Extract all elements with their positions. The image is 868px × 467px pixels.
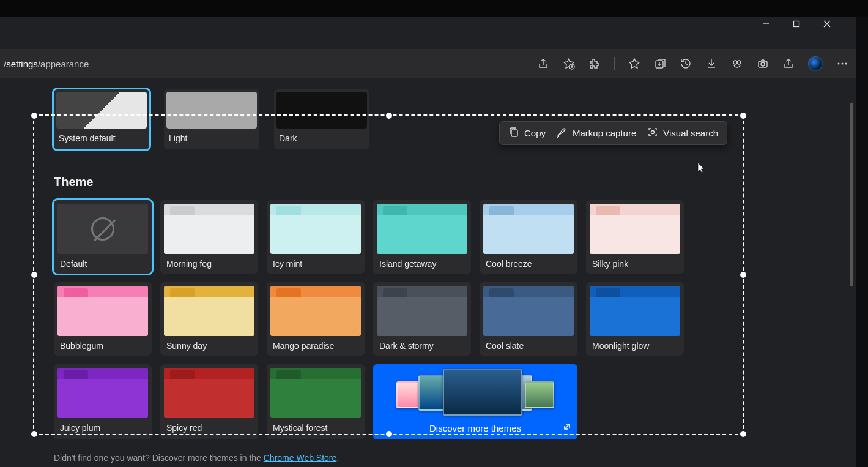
url-segment-settings: settings [6, 59, 38, 69]
downloads-icon[interactable] [705, 58, 718, 70]
theme-label: Cool slate [483, 336, 574, 351]
svg-point-11 [733, 61, 737, 64]
theme-label: Cool breeze [483, 254, 574, 269]
theme-label: Default [57, 254, 148, 269]
theme-grid: DefaultMorning fogIcy mintIsland getaway… [54, 200, 856, 439]
url-segment-appearance: appearance [40, 59, 89, 69]
theme-preview [164, 368, 254, 418]
theme-card[interactable]: Cool slate [480, 282, 577, 356]
theme-preview [57, 368, 148, 418]
theme-label: Mango paradise [270, 336, 361, 351]
theme-gallery-thumb [443, 369, 522, 416]
theme-preview [590, 286, 680, 336]
theme-card[interactable]: Mango paradise [267, 282, 365, 356]
svg-rect-1 [794, 21, 799, 27]
more-icon[interactable] [836, 58, 848, 70]
overall-look-label: Light [164, 131, 259, 146]
svg-point-15 [838, 63, 840, 65]
overall-look-option[interactable]: System default [54, 89, 149, 149]
theme-card[interactable]: Sunny day [160, 282, 258, 356]
theme-card[interactable]: Island getaway [373, 200, 471, 274]
theme-preview [57, 286, 148, 336]
theme-card[interactable]: Mystical forest [267, 364, 365, 439]
visual-search-icon [647, 127, 658, 140]
theme-label: Morning fog [164, 254, 254, 269]
theme-preview [377, 286, 467, 336]
theme-preview [270, 368, 361, 418]
theme-preview [270, 286, 361, 336]
svg-point-14 [761, 62, 765, 66]
screenshot-icon[interactable] [757, 58, 769, 70]
theme-card[interactable]: Icy mint [267, 200, 365, 274]
theme-card[interactable]: Default [54, 200, 152, 274]
discover-more-themes-card[interactable]: Discover more themes [373, 364, 577, 439]
no-theme-icon [91, 217, 114, 241]
capture-copy-button[interactable]: Copy [508, 127, 546, 140]
theme-preview [377, 204, 467, 254]
chrome-web-store-link[interactable]: Chrome Web Store [264, 453, 337, 463]
browser-window: / settings / appearance System defaultLi… [0, 17, 856, 467]
close-button[interactable] [823, 20, 831, 28]
capture-markup-button[interactable]: Markup capture [557, 127, 636, 140]
theme-card[interactable]: Spicy red [160, 364, 258, 439]
theme-label: Bubblegum [57, 336, 148, 351]
theme-label: Island getaway [377, 254, 467, 269]
capture-visual-search-label: Visual search [663, 128, 718, 138]
theme-card[interactable]: Dark & stormy [373, 282, 471, 356]
profile-avatar[interactable] [808, 56, 823, 71]
capture-visual-search-button[interactable]: Visual search [647, 127, 718, 140]
theme-card[interactable]: Bubblegum [54, 282, 152, 356]
toolbar-separator [614, 57, 615, 70]
theme-card[interactable]: Cool breeze [480, 200, 577, 274]
share-page-icon[interactable] [782, 58, 795, 70]
svg-point-17 [845, 63, 847, 65]
share-icon[interactable] [537, 58, 549, 70]
theme-label: Mystical forest [270, 418, 361, 433]
minimize-button[interactable] [762, 20, 770, 28]
theme-label: Sunny day [164, 336, 254, 351]
footer-suffix: . [336, 453, 339, 463]
theme-label: Juicy plum [57, 418, 148, 433]
svg-point-12 [737, 61, 741, 64]
theme-preview [590, 204, 680, 254]
open-external-icon [563, 422, 571, 433]
theme-label: Moonlight glow [590, 336, 680, 351]
window-controls [762, 20, 831, 28]
theme-card[interactable]: Morning fog [160, 200, 258, 274]
capture-toolbar: Copy Markup capture Visual search [499, 121, 727, 145]
settings-content: System defaultLightDark Theme DefaultMor… [0, 78, 856, 467]
capture-copy-label: Copy [524, 128, 546, 138]
svg-rect-18 [511, 130, 517, 136]
desktop-wallpaper-strip [0, 0, 868, 17]
collections-icon[interactable] [654, 58, 666, 70]
overall-look-label: Dark [274, 131, 369, 146]
vertical-scrollbar[interactable] [850, 103, 853, 286]
theme-card[interactable]: Juicy plum [54, 364, 152, 439]
theme-label: Spicy red [164, 418, 254, 433]
favorite-add-icon[interactable] [563, 58, 575, 70]
extensions-icon[interactable] [588, 58, 601, 70]
history-icon[interactable] [680, 58, 692, 70]
footer-cws-line: Didn't find one you want? Discover more … [54, 453, 856, 463]
mouse-cursor [697, 162, 706, 174]
address-bar[interactable]: / settings / appearance [4, 55, 89, 73]
theme-card[interactable]: Moonlight glow [586, 282, 684, 356]
theme-preview [483, 204, 574, 254]
theme-card[interactable]: Silky pink [586, 200, 684, 274]
overall-look-preview [56, 92, 147, 129]
overall-appearance-row: System defaultLightDark [54, 89, 856, 149]
theme-preview [57, 204, 148, 254]
capture-markup-label: Markup capture [573, 128, 636, 138]
theme-gallery-thumb [525, 381, 554, 408]
performance-icon[interactable] [731, 58, 743, 70]
overall-look-option[interactable]: Dark [274, 89, 369, 149]
maximize-button[interactable] [792, 20, 801, 28]
pen-icon [557, 127, 568, 140]
overall-look-option[interactable]: Light [164, 89, 259, 149]
footer-prefix: Didn't find one you want? Discover more … [54, 453, 264, 463]
theme-label: Icy mint [270, 254, 361, 269]
favorites-icon[interactable] [628, 58, 640, 70]
overall-look-preview [166, 92, 257, 129]
svg-point-19 [651, 131, 655, 134]
theme-heading: Theme [54, 175, 856, 189]
